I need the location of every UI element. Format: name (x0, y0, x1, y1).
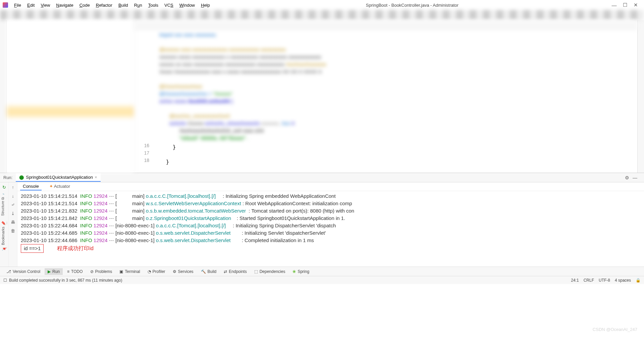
code-line-18: } (153, 158, 637, 166)
tool-version-control[interactable]: ⎇Version Control (3, 268, 43, 275)
tool-run[interactable]: ▶Run (45, 268, 63, 275)
titlebar: File Edit View Navigate Code Refactor Bu… (0, 0, 644, 10)
id-note: 程序成功打印id (57, 245, 93, 251)
line-17: 17 (134, 149, 149, 157)
gear-icon[interactable]: ⚙ (625, 175, 629, 180)
close-icon[interactable]: ✕ (633, 3, 638, 7)
status-icon: ☐ (3, 278, 7, 283)
left-gutter-strip[interactable] (0, 20, 7, 173)
run-label: Run: (3, 175, 12, 180)
menu-edit[interactable]: Edit (24, 2, 37, 8)
print-icon[interactable]: 🖶 (10, 219, 16, 225)
bookmarks-side-tab[interactable]: Bookmarks 🔖 (0, 219, 6, 248)
tool-endpoints[interactable]: ⇄Endpoints (221, 268, 250, 275)
run-header: Run: ⬤ Springboot01QuickstartApplication… (0, 173, 644, 182)
tool-problems[interactable]: ⊘Problems (87, 268, 115, 275)
run-panel: Run: ⬤ Springboot01QuickstartApplication… (0, 173, 644, 267)
menu-view[interactable]: View (38, 2, 53, 8)
menu-tools[interactable]: Tools (146, 2, 161, 8)
menu-code[interactable]: Code (77, 2, 93, 8)
right-gutter-strip[interactable] (637, 20, 644, 173)
window-controls: — ☐ ✕ (612, 3, 641, 7)
window-title: SpringBoot - BookController.java - Admin… (213, 3, 612, 8)
clear-icon[interactable]: 🗑 (10, 228, 16, 233)
maximize-icon[interactable]: ☐ (623, 3, 627, 7)
menu-build[interactable]: Build (116, 2, 131, 8)
code-line-16: } (153, 144, 637, 151)
line-separator[interactable]: CRLF (584, 278, 594, 283)
tool-spring[interactable]: ❀Spring (289, 268, 312, 275)
minimize-panel-icon[interactable]: — (633, 175, 637, 180)
tool-profiler[interactable]: ◔Profiler (145, 268, 168, 275)
run-action-column-2: ↑ ↓ ⤶ ⤓ 🖶 🗑 (9, 182, 17, 267)
menu-run[interactable]: Run (131, 2, 145, 8)
menu-file[interactable]: File (11, 2, 24, 8)
console-area: Console ✦Actuator 2023-01-10 15:14:21.51… (17, 182, 644, 267)
line-gutter: 16 17 18 (134, 30, 153, 173)
tool-dependencies[interactable]: ⬚Dependencies (251, 268, 288, 275)
menu-navigate[interactable]: Navigate (53, 2, 76, 8)
run-config-tab[interactable]: ⬤ Springboot01QuickstartApplication × (16, 173, 100, 182)
scroll-end-icon[interactable]: ⤓ (10, 211, 16, 216)
bottom-toolbar: ⎇Version Control ▶Run ≡TODO ⊘Problems ▣T… (0, 267, 644, 276)
console-tabs: Console ✦Actuator (17, 182, 644, 191)
code-blurred: import xxx xxxx xxxxxxxx; @xxxxxx xxxx x… (153, 30, 637, 144)
caret-position[interactable]: 24:1 (571, 278, 579, 283)
side-tabs: Structure ⧉ Bookmarks 🔖 (0, 194, 7, 248)
actuator-tab[interactable]: ✦Actuator (47, 183, 73, 190)
main-toolbar[interactable] (0, 10, 644, 20)
indent-info[interactable]: 4 spaces (615, 278, 631, 283)
id-output-highlight: id ==>1 (21, 244, 44, 253)
line-18: 18 (134, 157, 149, 164)
editor-tabbar[interactable] (134, 20, 637, 30)
project-tree[interactable] (7, 20, 134, 173)
watermark: CSDN @OceanAI_247 (593, 327, 637, 332)
menu-window[interactable]: Window (177, 2, 198, 8)
statusbar: ☐ Build completed successfully in 3 sec,… (0, 276, 644, 284)
tool-build[interactable]: 🔨Build (198, 268, 220, 275)
close-tab-icon[interactable]: × (95, 175, 97, 180)
minimize-icon[interactable]: — (612, 3, 616, 7)
rerun-icon[interactable]: ↻ (2, 184, 7, 190)
line-16: 16 (134, 142, 149, 149)
console-tab[interactable]: Console (20, 183, 42, 190)
console-output[interactable]: 2023-01-10 15:14:21.514 INFO 12924 --- [… (17, 191, 644, 267)
tool-terminal[interactable]: ▣Terminal (116, 268, 143, 275)
lock-icon[interactable]: 🔒 (636, 278, 641, 283)
code-area[interactable]: 16 17 18 import xxx xxxx xxxxxxxx; @xxxx… (134, 30, 637, 173)
up-icon[interactable]: ↑ (10, 184, 16, 190)
run-body: ↻ 🔧 ▶ ■ 📷 ⊟ ⊞ 📌 ↑ ↓ ⤶ ⤓ 🖶 🗑 Console ✦Act… (0, 182, 644, 267)
down-icon[interactable]: ↓ (10, 193, 16, 198)
status-message: Build completed successfully in 3 sec, 8… (9, 278, 122, 283)
run-tab-label: Springboot01QuickstartApplication (26, 175, 93, 180)
menu-vcs[interactable]: VCS (162, 2, 176, 8)
menu-help[interactable]: Help (198, 2, 213, 8)
tool-todo[interactable]: ≡TODO (64, 268, 86, 275)
file-encoding[interactable]: UTF-8 (599, 278, 610, 283)
tool-services[interactable]: ⚙Services (170, 268, 197, 275)
menu-refactor[interactable]: Refactor (93, 2, 115, 8)
structure-side-tab[interactable]: Structure ⧉ (0, 194, 5, 219)
editor-area: 16 17 18 import xxx xxxx xxxxxxxx; @xxxx… (134, 20, 637, 173)
app-icon (3, 2, 8, 8)
main-area: 16 17 18 import xxx xxxx xxxxxxxx; @xxxx… (0, 20, 644, 173)
soft-wrap-icon[interactable]: ⤶ (10, 202, 16, 207)
menubar: File Edit View Navigate Code Refactor Bu… (11, 2, 213, 8)
